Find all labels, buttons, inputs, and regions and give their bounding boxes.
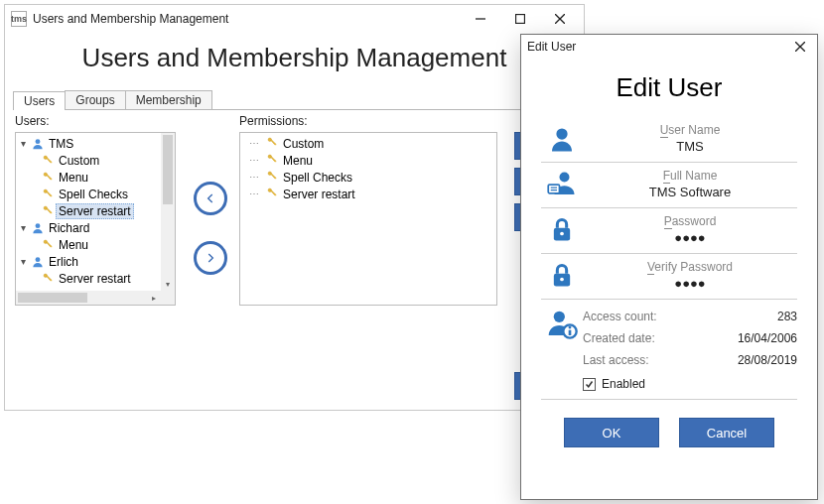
tree-perm[interactable]: Menu <box>16 236 161 253</box>
field-fullname[interactable]: Full Name TMS Software <box>541 163 797 208</box>
password-value[interactable]: ●●●● <box>583 230 797 245</box>
tabstrip: Users Groups Membership <box>5 87 584 109</box>
key-icon <box>40 154 56 167</box>
tab-membership[interactable]: Membership <box>125 90 212 109</box>
main-window: tms Users and Membership Management User… <box>4 4 585 411</box>
key-icon <box>40 204 56 217</box>
tree-perm[interactable]: Spell Checks <box>16 186 161 202</box>
tree-user-tms[interactable]: ▾ TMS <box>16 135 161 152</box>
lock-icon <box>541 262 583 290</box>
tree-user-richard[interactable]: ▾ Richard <box>16 219 161 236</box>
enabled-label: Enabled <box>602 377 645 391</box>
info-created-date: Created date: 16/04/2006 <box>583 327 797 349</box>
key-icon <box>266 170 279 186</box>
enabled-checkbox-row[interactable]: Enabled <box>583 371 797 391</box>
key-icon <box>266 153 279 169</box>
user-card-icon <box>541 170 583 199</box>
password-label: Password <box>583 214 797 228</box>
field-verify-password[interactable]: Verify Password ●●●● <box>541 254 797 300</box>
username-value[interactable]: TMS <box>583 139 797 154</box>
tree-perm[interactable]: Server restart <box>16 270 161 287</box>
expand-icon[interactable]: ▾ <box>16 138 30 149</box>
move-left-button[interactable] <box>194 182 227 215</box>
scroll-corner <box>161 291 175 305</box>
tab-users[interactable]: Users <box>13 91 66 110</box>
fullname-value[interactable]: TMS Software <box>583 185 797 199</box>
fullname-label: Full Name <box>583 169 797 183</box>
key-icon <box>40 188 56 200</box>
perm-item[interactable]: ⋯Menu <box>244 152 492 169</box>
main-close-button[interactable] <box>540 6 580 32</box>
tree-hscrollbar[interactable]: ◂ ▸ <box>16 291 161 305</box>
tree-user-erlich[interactable]: ▾ Erlich <box>16 253 161 270</box>
scroll-thumb[interactable] <box>163 135 173 204</box>
verify-value[interactable]: ●●●● <box>583 276 797 291</box>
perm-item[interactable]: ⋯Custom <box>244 135 492 152</box>
page-title: Users and Membership Management <box>5 33 584 87</box>
dialog-heading: Edit User <box>521 59 817 117</box>
info-access-count: Access count: 283 <box>583 306 797 327</box>
lock-icon <box>541 216 583 244</box>
key-icon <box>40 238 56 251</box>
key-icon <box>266 187 279 202</box>
user-icon <box>30 255 46 269</box>
verify-label: Verify Password <box>583 260 797 274</box>
key-icon <box>40 272 56 285</box>
window-title: Users and Membership Management <box>33 12 461 26</box>
field-password[interactable]: Password ●●●● <box>541 208 797 254</box>
user-icon <box>541 124 583 154</box>
user-icon <box>30 221 46 235</box>
key-icon <box>266 136 279 152</box>
svg-rect-18 <box>516 15 525 24</box>
permissions-list[interactable]: ⋯Custom ⋯Menu ⋯Spell Checks ⋯Server rest… <box>239 132 497 306</box>
info-last-access: Last access: 28/08/2019 <box>583 349 797 371</box>
permissions-label: Permissions: <box>239 114 308 128</box>
user-icon <box>30 137 46 151</box>
main-titlebar[interactable]: tms Users and Membership Management <box>5 5 584 33</box>
tree-perm[interactable]: Menu <box>16 169 161 186</box>
dialog-title: Edit User <box>527 40 789 54</box>
ok-button[interactable]: OK <box>564 418 659 447</box>
app-icon: tms <box>11 11 27 27</box>
tab-body-users: Users: Permissions: ▾ TMS Custom Menu Sp… <box>5 110 584 358</box>
expand-icon[interactable]: ▾ <box>16 222 30 233</box>
perm-item[interactable]: ⋯Server restart <box>244 186 492 202</box>
move-right-button[interactable] <box>194 241 227 275</box>
expand-icon[interactable]: ▾ <box>16 256 30 267</box>
field-username[interactable]: User Name TMS <box>541 117 797 163</box>
maximize-button[interactable] <box>500 6 540 32</box>
scroll-right-icon[interactable]: ▸ <box>147 291 161 305</box>
scroll-down-icon[interactable]: ▾ <box>161 277 175 291</box>
cancel-button[interactable]: Cancel <box>679 418 774 447</box>
tree-perm[interactable]: Custom <box>16 152 161 169</box>
edit-user-dialog: Edit User Edit User User Name TMS Full N… <box>520 34 818 500</box>
tab-groups[interactable]: Groups <box>65 90 125 109</box>
dialog-titlebar[interactable]: Edit User <box>521 35 817 59</box>
users-label: Users: <box>15 114 50 128</box>
user-info-icon <box>541 306 583 391</box>
perm-item[interactable]: ⋯Spell Checks <box>244 169 492 186</box>
tree-perm-selected[interactable]: Server restart <box>16 202 161 219</box>
dialog-close-button[interactable] <box>789 37 811 57</box>
users-tree[interactable]: ▾ TMS Custom Menu Spell Checks Server re… <box>15 132 176 306</box>
checkbox-icon[interactable] <box>583 378 596 391</box>
username-label: User Name <box>583 123 797 137</box>
scroll-thumb[interactable] <box>18 293 87 303</box>
info-block: Access count: 283 Created date: 16/04/20… <box>541 300 797 400</box>
key-icon <box>40 171 56 184</box>
tree-vscrollbar[interactable]: ▴ ▾ <box>161 133 175 291</box>
minimize-button[interactable] <box>461 6 500 32</box>
